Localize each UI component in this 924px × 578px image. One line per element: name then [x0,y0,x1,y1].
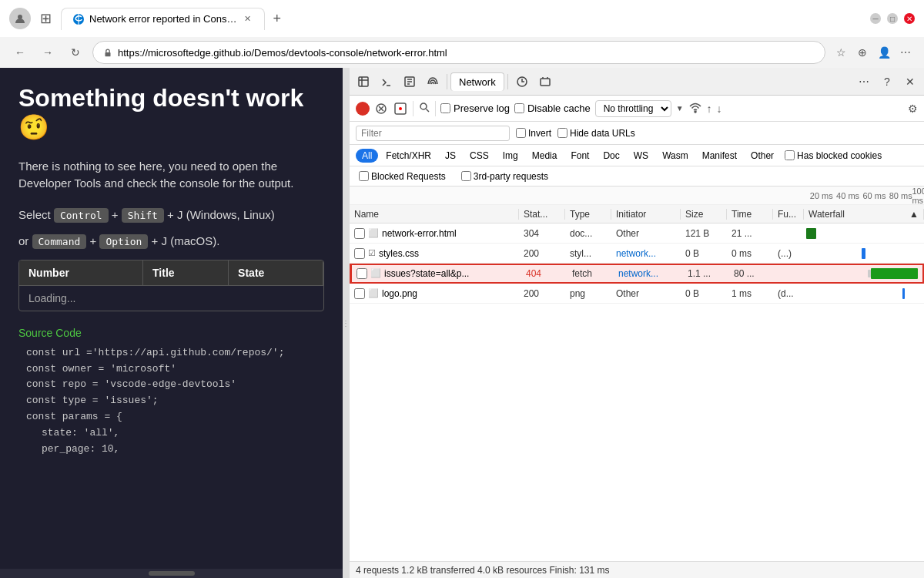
search-button[interactable] [418,101,430,116]
type-filter-wasm[interactable]: Wasm [656,149,695,163]
type-filter-doc[interactable]: Doc [597,149,625,163]
row-checkbox[interactable] [357,268,367,279]
clear-button[interactable] [374,102,388,116]
th-status[interactable]: Stat... [519,209,565,220]
th-fu[interactable]: Fu... [773,209,804,220]
blocked-requests-label[interactable]: Blocked Requests [359,171,446,182]
throttle-select[interactable]: No throttling [595,100,671,117]
th-initiator[interactable]: Initiator [611,209,681,220]
third-party-label[interactable]: 3rd-party requests [461,171,548,182]
type-filter-fetchxhr[interactable]: Fetch/XHR [380,149,437,163]
forward-button[interactable]: → [37,42,59,63]
type-filter-img[interactable]: Img [497,149,524,163]
download-icon[interactable]: ↓ [717,102,722,115]
user-avatar[interactable] [9,8,31,29]
type-filter-all[interactable]: All [356,149,378,163]
table-row-error[interactable]: ⬜ issues?state=all&p... 404 fetch networ… [350,264,924,284]
network-settings-icon[interactable]: ⚙ [908,102,918,115]
shift-kbd: Shift [122,208,164,223]
row-fu: (...) [773,248,804,259]
invert-checkbox-label[interactable]: Invert [516,128,551,139]
table-row[interactable]: ⬜ network-error.html 304 doc... Other 12… [350,223,924,244]
throttle-arrow: ▼ [676,104,684,113]
application-tool[interactable] [534,71,556,92]
preserve-log-checkbox[interactable] [440,103,450,113]
record-button[interactable] [356,102,370,116]
th-waterfall[interactable]: Waterfall ▲ [804,209,924,220]
row-waterfall [804,223,924,243]
type-filter-manifest[interactable]: Manifest [696,149,743,163]
table-row[interactable]: ☑ styles.css 200 styl... network... 0 B … [350,244,924,264]
row-status: 404 [521,268,567,279]
row-status: 200 [519,288,565,299]
code-line-7: per_page: 10, [26,442,324,458]
row-waterfall [806,264,924,283]
row-checkbox[interactable] [354,248,365,259]
th-number: Number [19,260,143,286]
wifi-icon [688,100,702,116]
close-button[interactable]: ✕ [904,13,915,24]
favorites-icon[interactable]: ☆ [832,43,850,62]
close-tab-button[interactable]: ✕ [241,13,253,25]
new-tab-button[interactable]: + [265,6,289,32]
hide-data-urls-checkbox[interactable] [557,128,567,138]
th-time[interactable]: Time [727,209,773,220]
row-name-cell: ☑ styles.css [350,248,519,259]
has-blocked-cookies-checkbox[interactable] [785,150,795,160]
table-row[interactable]: ⬜ logo.png 200 png Other 0 B 1 ms (d... [350,284,924,304]
waterfall-bar [902,288,905,299]
collections-icon[interactable]: ⊕ [853,43,872,62]
type-filter-css[interactable]: CSS [464,149,495,163]
network-tool-icon[interactable] [422,71,444,92]
maximize-button[interactable]: □ [887,13,898,24]
blocked-requests-checkbox[interactable] [359,171,369,181]
filter-input[interactable] [356,126,510,141]
toolbar-separator-1 [447,74,447,89]
url-bar[interactable]: https://microsoftedge.github.io/Demos/de… [92,41,825,64]
th-name[interactable]: Name [350,209,519,220]
active-tab[interactable]: Network error reported in Cons… ✕ [61,8,265,30]
hide-data-urls-label[interactable]: Hide data URLs [557,128,635,139]
preserve-log-label[interactable]: Preserve log [440,102,510,114]
type-filter-js[interactable]: JS [439,149,462,163]
has-blocked-cookies-label[interactable]: Has blocked cookies [785,150,882,161]
select-text: Select [18,208,51,221]
sidebar-toggle[interactable]: ⊞ [40,10,52,27]
invert-checkbox[interactable] [516,128,526,138]
disable-cache-label[interactable]: Disable cache [514,102,591,114]
th-type[interactable]: Type [565,209,611,220]
row-checkbox[interactable] [354,228,365,239]
th-size[interactable]: Size [681,209,727,220]
performance-tool[interactable] [511,71,533,92]
row-name: logo.png [382,288,417,299]
close-devtools-button[interactable]: ✕ [899,71,921,92]
row-type: fetch [567,268,614,279]
minimize-button[interactable]: ─ [870,13,881,24]
disable-cache-checkbox[interactable] [514,103,524,113]
more-tools-button[interactable]: ⋯ [853,71,875,92]
sort-arrow: ▲ [909,209,919,220]
help-button[interactable]: ? [876,71,898,92]
inspector-tool[interactable] [353,71,374,92]
sources-tool[interactable] [399,71,420,92]
console-tool[interactable] [376,71,397,92]
browser-menu[interactable]: ⋯ [896,43,915,62]
j-text: + J [167,208,182,221]
refresh-button[interactable]: ↻ [65,42,86,63]
type-filter-other[interactable]: Other [745,149,780,163]
third-party-checkbox[interactable] [461,171,471,181]
upload-icon[interactable]: ↑ [707,102,712,115]
timeline-row: 20 ms 40 ms 60 ms 80 ms 100 ms [350,187,924,205]
resize-handle[interactable]: ⋮ [343,68,349,578]
type-filter-media[interactable]: Media [526,149,564,163]
type-filter-font[interactable]: Font [564,149,595,163]
back-button[interactable]: ← [9,42,31,63]
profile-icon[interactable]: 👤 [875,43,893,62]
row-type: png [565,288,611,299]
type-filter-ws[interactable]: WS [628,149,654,163]
svg-rect-12 [541,79,550,86]
waterfall-bar [862,248,865,259]
row-checkbox[interactable] [354,288,365,299]
network-tab[interactable]: Network [450,72,504,91]
import-button[interactable] [393,101,408,116]
